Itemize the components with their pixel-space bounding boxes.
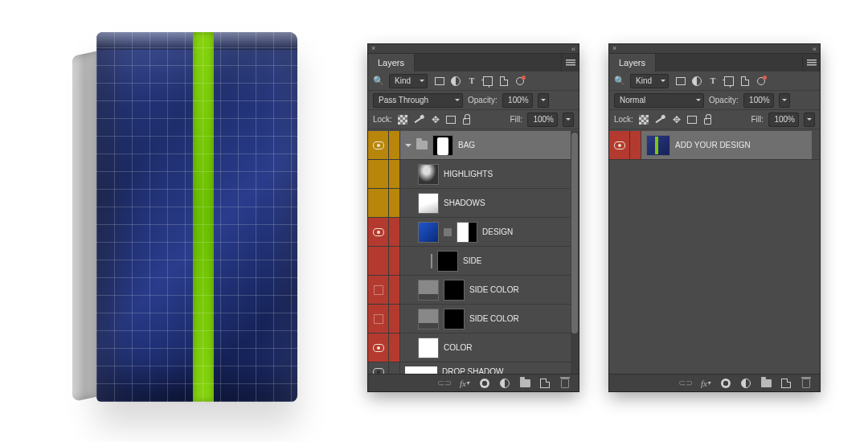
layer-name[interactable]: SHADOWS <box>444 198 485 207</box>
filter-kind-dropdown[interactable]: Kind <box>630 74 669 88</box>
layer-mask-thumb[interactable] <box>457 222 477 243</box>
lock-image-icon[interactable] <box>413 114 424 125</box>
fill-value[interactable]: 100% <box>527 113 558 127</box>
layer-name[interactable]: COLOR <box>444 343 473 352</box>
blend-mode-dropdown[interactable]: Normal <box>614 93 704 108</box>
mask-icon[interactable] <box>479 378 490 389</box>
link-icon[interactable]: ⊂⊃ <box>680 378 691 389</box>
filter-type-icon[interactable] <box>707 76 719 87</box>
layer-mask-thumb[interactable] <box>432 135 453 156</box>
filter-kind-dropdown[interactable]: Kind <box>389 74 428 88</box>
filter-artboard-icon[interactable] <box>755 76 767 87</box>
fx-icon[interactable]: fx▾ <box>700 378 711 389</box>
layer-name[interactable]: SIDE <box>463 256 481 265</box>
trash-icon[interactable] <box>559 378 571 389</box>
scrollbar[interactable] <box>571 131 579 374</box>
lock-artboard-icon[interactable] <box>686 114 698 125</box>
fill-stepper[interactable] <box>563 113 574 127</box>
opacity-stepper[interactable] <box>538 93 549 108</box>
filter-shape-icon[interactable] <box>723 76 735 87</box>
mask-icon[interactable] <box>720 378 731 389</box>
layer-thumb[interactable] <box>405 366 437 374</box>
adjustment-icon[interactable] <box>499 378 510 389</box>
layer-name[interactable]: HIGHLIGHTS <box>444 170 493 178</box>
expand-icon[interactable] <box>405 144 411 150</box>
panel-menu-button[interactable] <box>561 54 579 72</box>
visibility-toggle[interactable] <box>368 160 389 188</box>
lock-all-icon[interactable] <box>461 114 473 125</box>
opacity-value[interactable]: 100% <box>743 93 774 108</box>
layer-name[interactable]: SIDE COLOR <box>469 285 519 294</box>
layer-row-add-your-design[interactable]: ADD YOUR DESIGN <box>609 131 820 160</box>
collapse-icon[interactable]: « <box>571 45 575 53</box>
layer-thumb[interactable] <box>418 164 439 185</box>
fx-icon[interactable]: fx▾ <box>459 378 470 389</box>
filter-adjust-icon[interactable] <box>450 76 461 87</box>
group-icon[interactable] <box>519 378 530 389</box>
layer-row-shadows[interactable]: SHADOWS <box>368 189 579 218</box>
layer-row-sidecolor-1[interactable]: SIDE COLOR <box>368 276 579 305</box>
close-icon[interactable]: × <box>612 45 616 52</box>
visibility-toggle[interactable] <box>609 131 630 159</box>
visibility-toggle[interactable] <box>368 334 389 362</box>
visibility-toggle[interactable] <box>368 247 389 275</box>
visibility-toggle[interactable] <box>368 305 389 333</box>
new-layer-icon[interactable] <box>780 378 792 389</box>
blend-mode-dropdown[interactable]: Pass Through <box>373 93 463 108</box>
lock-transparent-icon[interactable] <box>638 114 649 125</box>
layer-row-highlights[interactable]: HIGHLIGHTS <box>368 160 579 189</box>
search-icon[interactable]: 🔍 <box>373 76 384 86</box>
layer-row-design[interactable]: DESIGN <box>368 218 579 247</box>
filter-image-icon[interactable] <box>675 76 686 87</box>
layer-name[interactable]: ADD YOUR DESIGN <box>675 141 751 149</box>
layer-thumb[interactable] <box>418 222 439 243</box>
lock-position-icon[interactable]: ✥ <box>429 114 440 125</box>
layer-thumb[interactable] <box>418 280 439 301</box>
visibility-toggle[interactable] <box>368 131 389 159</box>
visibility-toggle[interactable] <box>368 189 389 217</box>
layer-row-dropshadow[interactable]: DROP SHADOW <box>368 362 579 374</box>
layer-row-color[interactable]: COLOR <box>368 334 579 362</box>
layer-name[interactable]: SIDE COLOR <box>469 314 519 323</box>
filter-image-icon[interactable] <box>434 76 445 87</box>
layer-thumb[interactable] <box>418 193 439 214</box>
lock-position-icon[interactable]: ✥ <box>670 114 682 125</box>
filter-smart-icon[interactable] <box>739 76 751 87</box>
layer-row-side[interactable]: SIDE <box>368 247 579 276</box>
new-layer-icon[interactable] <box>539 378 551 389</box>
filter-artboard-icon[interactable] <box>514 76 526 87</box>
group-icon[interactable] <box>760 378 772 389</box>
fill-value[interactable]: 100% <box>768 113 799 127</box>
opacity-stepper[interactable] <box>779 93 790 108</box>
layer-thumb[interactable] <box>418 309 439 329</box>
adjustment-icon[interactable] <box>740 378 751 389</box>
lock-all-icon[interactable] <box>702 114 714 125</box>
tab-layers[interactable]: Layers <box>368 54 415 72</box>
lock-image-icon[interactable] <box>654 114 665 125</box>
scrollbar-thumb[interactable] <box>571 133 578 334</box>
fill-stepper[interactable] <box>804 113 815 127</box>
filter-shape-icon[interactable] <box>482 76 493 87</box>
trash-icon[interactable] <box>800 378 812 389</box>
filter-adjust-icon[interactable] <box>691 76 702 87</box>
layer-row-sidecolor-2[interactable]: SIDE COLOR <box>368 305 579 334</box>
collapse-icon[interactable]: « <box>813 45 817 53</box>
layer-name[interactable]: DROP SHADOW <box>442 367 504 374</box>
layer-thumb[interactable] <box>437 251 458 272</box>
link-icon[interactable]: ⊂⊃ <box>439 378 450 389</box>
visibility-toggle[interactable] <box>368 362 389 374</box>
lock-artboard-icon[interactable] <box>445 114 457 125</box>
lock-transparent-icon[interactable] <box>397 114 408 125</box>
filter-smart-icon[interactable] <box>498 76 510 87</box>
layer-name[interactable]: BAG <box>458 141 475 149</box>
layer-mask-thumb[interactable] <box>444 280 465 301</box>
search-icon[interactable]: 🔍 <box>614 76 625 86</box>
visibility-toggle[interactable] <box>368 276 389 304</box>
layer-row-bag[interactable]: BAG <box>368 131 579 160</box>
filter-type-icon[interactable] <box>466 76 477 87</box>
opacity-value[interactable]: 100% <box>502 93 533 108</box>
layer-name[interactable]: DESIGN <box>482 227 513 236</box>
panel-menu-button[interactable] <box>802 54 820 72</box>
layer-thumb[interactable] <box>418 338 439 358</box>
tab-layers[interactable]: Layers <box>609 54 656 72</box>
